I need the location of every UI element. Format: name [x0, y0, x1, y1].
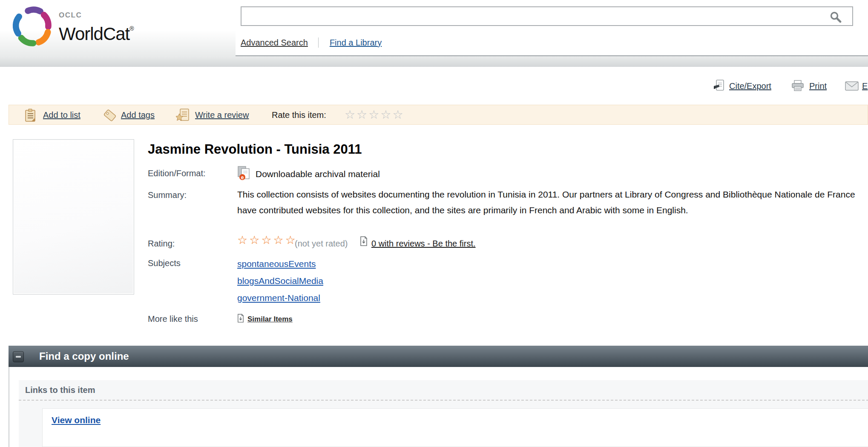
links-to-item-header: Links to this item	[19, 380, 868, 401]
record-title: Jasmine Revolution - Tunisia 2011	[148, 142, 362, 157]
email-icon	[845, 81, 859, 92]
rate-this-item-label: Rate this item:	[272, 110, 326, 120]
summary-label: Summary:	[148, 190, 187, 200]
downloadable-material-icon: e	[237, 166, 251, 182]
record-actions-row: Cite/Export Print E	[0, 79, 868, 94]
email-link[interactable]: E	[862, 81, 868, 91]
similar-items-doc-icon	[237, 314, 244, 325]
worldcat-logo[interactable]: OCLC WorldCat®	[11, 4, 181, 54]
print-icon	[791, 80, 804, 94]
rating-stars: ☆☆☆☆☆	[237, 235, 297, 246]
search-links: Advanced Search Find a Library	[241, 37, 382, 48]
collapse-section-button[interactable]	[13, 351, 24, 362]
oclc-swirl-icon	[11, 5, 55, 49]
add-tags-icon	[103, 109, 117, 124]
link-divider	[318, 37, 319, 48]
summary-text: This collection consists of websites doc…	[237, 186, 858, 218]
add-to-list-link[interactable]: Add to list	[43, 110, 80, 120]
find-copy-online-body: Links to this item View online	[9, 367, 868, 447]
subjects-label: Subjects	[148, 258, 181, 268]
find-copy-online-title: Find a copy online	[39, 350, 129, 362]
print-link[interactable]: Print	[809, 81, 827, 91]
edition-format-value: Downloadable archival material	[256, 169, 380, 179]
rating-note: (not yet rated)	[295, 239, 348, 249]
registered-mark: ®	[129, 25, 133, 32]
search-panel: Advanced Search Find a Library	[236, 1, 868, 56]
reviews-doc-icon	[360, 236, 368, 248]
find-a-library-link[interactable]: Find a Library	[330, 38, 382, 48]
links-to-item-content: View online	[42, 408, 868, 447]
minus-icon	[16, 356, 21, 358]
cite-export-link[interactable]: Cite/Export	[729, 81, 771, 91]
write-review-link[interactable]: Write a review	[195, 110, 249, 120]
reviews-link[interactable]: 0 with reviews - Be the first.	[371, 239, 476, 249]
item-toolbar: Add to list Add tags Write a review Rate…	[9, 105, 868, 125]
cite-export-icon	[713, 79, 725, 94]
subjects-list: spontaneousEvents blogsAndSocialMedia go…	[237, 259, 323, 310]
rating-label: Rating:	[148, 239, 175, 249]
similar-items-link[interactable]: Similar Items	[247, 315, 293, 324]
find-copy-online-header: Find a copy online	[9, 346, 868, 367]
add-tags-link[interactable]: Add tags	[121, 110, 155, 120]
write-review-icon	[176, 108, 190, 124]
links-to-item-title: Links to this item	[25, 385, 95, 395]
subject-link[interactable]: spontaneousEvents	[237, 259, 323, 269]
search-icon[interactable]	[830, 11, 842, 25]
search-input[interactable]	[241, 6, 853, 26]
svg-text:e: e	[241, 175, 244, 181]
cover-image-placeholder	[13, 139, 134, 295]
subject-link[interactable]: blogsAndSocialMedia	[237, 276, 323, 286]
view-online-link[interactable]: View online	[52, 415, 101, 425]
add-to-list-icon	[24, 109, 36, 124]
worldcat-wordmark: WorldCat®	[59, 20, 134, 43]
more-like-this-label: More like this	[148, 314, 198, 324]
advanced-search-link[interactable]: Advanced Search	[241, 38, 308, 48]
subject-link[interactable]: government-National	[237, 293, 323, 303]
page-header: OCLC WorldCat® Advanced Search Find a Li…	[0, 0, 868, 67]
links-to-item-panel: Links to this item View online	[19, 380, 868, 447]
edition-format-label: Edition/Format:	[148, 169, 206, 178]
rate-stars[interactable]: ☆☆☆☆☆	[345, 109, 405, 121]
oclc-wordmark: OCLC	[59, 11, 134, 20]
